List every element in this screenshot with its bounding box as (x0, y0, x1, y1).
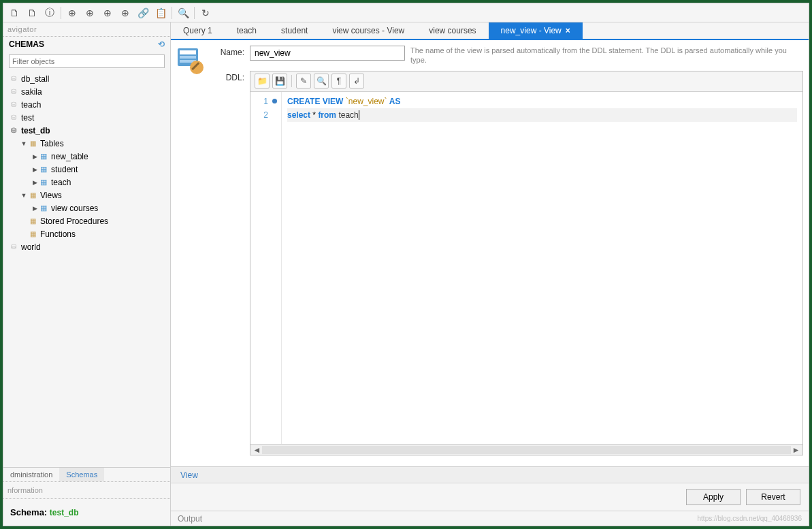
item-teach[interactable]: ▶▦teach (3, 176, 170, 189)
paragraph-icon[interactable]: ¶ (331, 74, 346, 89)
db-item-db_stall[interactable]: ⛁db_stall (3, 72, 170, 85)
database-icon: ⛁ (9, 100, 18, 110)
db-label: world (21, 242, 41, 252)
schema-label: Schema: (10, 507, 47, 517)
folder-label: Tables (40, 139, 64, 148)
revert-button[interactable]: Revert (746, 489, 800, 505)
db-item-sakila[interactable]: ⛁sakila (3, 85, 170, 98)
apply-button[interactable]: Apply (686, 489, 741, 505)
expand-icon[interactable]: ▶ (31, 166, 39, 173)
brush-icon[interactable]: ✎ (296, 74, 311, 89)
tab-view-courses[interactable]: view courses (417, 22, 488, 39)
item-view-courses[interactable]: ▶▦view courses (3, 202, 170, 214)
folder-label: Functions (40, 229, 76, 239)
information-header: nformation (3, 481, 170, 499)
tab-student[interactable]: student (269, 22, 320, 39)
schema-value: test_db (50, 508, 79, 517)
schema-tree[interactable]: ⛁db_stall⛁sakila⛁teach⛁test⛁test_db▼▦Tab… (3, 71, 170, 467)
folder-icon: ▦ (28, 191, 37, 200)
open-icon[interactable]: 📁 (255, 74, 270, 89)
scroll-right-icon[interactable]: ► (791, 445, 801, 455)
svg-point-4 (190, 61, 204, 74)
sidebar-tabs: dministration Schemas (3, 467, 170, 481)
expand-icon[interactable]: ▶ (31, 153, 39, 160)
db-item-world[interactable]: ⛁world (3, 240, 170, 253)
tab-view-courses---View[interactable]: view courses - View (320, 22, 417, 39)
form-column: Name: The name of the view is parsed aut… (213, 46, 803, 461)
expand-icon[interactable]: ▶ (31, 179, 39, 186)
app-window: 🗋 🗋 ⓘ ⊕ ⊕ ⊕ ⊕ 🔗 📋 🔍 ↻ avigator CHEMAS ⟲ … (3, 3, 809, 526)
item-student[interactable]: ▶▦student (3, 163, 170, 176)
database-icon: ⛁ (9, 87, 18, 97)
link-icon[interactable]: 🔗 (135, 5, 151, 21)
folder-Tables[interactable]: ▼▦Tables (3, 137, 170, 150)
code-line[interactable]: select * from teach (287, 108, 797, 122)
horizontal-scrollbar[interactable]: ◄ ► (250, 444, 802, 455)
expand-icon[interactable]: ▼ (20, 140, 28, 147)
tab-label: view courses (429, 26, 476, 35)
tab-label: Query 1 (183, 26, 212, 35)
tab-administration[interactable]: dministration (3, 468, 59, 481)
item-label: view courses (51, 204, 98, 213)
top-toolbar: 🗋 🗋 ⓘ ⊕ ⊕ ⊕ ⊕ 🔗 📋 🔍 ↻ (3, 3, 809, 22)
gutter-line[interactable]: 2 (250, 108, 277, 122)
db-item-teach[interactable]: ⛁teach (3, 98, 170, 111)
folder-Stored-Procedures[interactable]: ▦Stored Procedures (3, 214, 170, 227)
add-icon-4[interactable]: ⊕ (117, 5, 133, 21)
refresh-schemas-icon[interactable]: ⟲ (158, 39, 165, 49)
script-icon[interactable]: 📋 (152, 5, 169, 21)
name-input[interactable] (250, 46, 405, 61)
svg-rect-2 (180, 56, 196, 59)
database-icon: ⛁ (9, 126, 18, 135)
zoom-icon[interactable]: 🔍 (314, 74, 329, 89)
separator (194, 7, 195, 19)
wrap-icon[interactable]: ↲ (349, 74, 364, 89)
add-icon[interactable]: ⊕ (64, 5, 80, 21)
code-line[interactable]: CREATE VIEW `new_view` AS (287, 95, 797, 108)
db-item-test_db[interactable]: ⛁test_db (3, 124, 170, 137)
bottom-tabs: View (171, 466, 809, 483)
add-icon-2[interactable]: ⊕ (82, 5, 98, 21)
expand-icon[interactable]: ▶ (31, 205, 39, 212)
tab-teach[interactable]: teach (225, 22, 269, 39)
button-row: Apply Revert (171, 483, 809, 511)
tab-schemas[interactable]: Schemas (59, 468, 104, 481)
db-label: sakila (21, 87, 42, 97)
item-label: new_table (51, 152, 88, 161)
item-new_table[interactable]: ▶▦new_table (3, 150, 170, 163)
separator (61, 7, 61, 19)
save-icon[interactable]: 💾 (272, 74, 287, 89)
sidebar: avigator CHEMAS ⟲ ⛁db_stall⛁sakila⛁teach… (3, 22, 171, 526)
tab-new_view---View[interactable]: new_view - View× (489, 22, 583, 39)
breakpoint-icon[interactable] (272, 99, 277, 103)
add-icon-3[interactable]: ⊕ (99, 5, 116, 21)
table-icon: ▦ (39, 178, 48, 187)
search-db-icon[interactable]: 🔍 (175, 5, 191, 21)
scroll-track[interactable] (262, 446, 791, 454)
close-icon[interactable]: × (566, 26, 570, 35)
gutter-line[interactable]: 1 (250, 95, 277, 108)
folder-Functions[interactable]: ▦Functions (3, 227, 170, 240)
db-label: test_db (21, 126, 50, 135)
content-area: Query 1teachstudentview courses - Viewvi… (171, 22, 809, 526)
filter-input[interactable] (9, 54, 165, 68)
tab-Query-1[interactable]: Query 1 (171, 22, 225, 39)
folder-Views[interactable]: ▼▦Views (3, 189, 170, 202)
folder-label: Stored Procedures (40, 217, 108, 226)
info-icon[interactable]: ⓘ (42, 5, 58, 21)
sql-icon[interactable]: 🗋 (6, 5, 22, 21)
db-item-test[interactable]: ⛁test (3, 111, 170, 124)
view-tab[interactable]: View (171, 468, 208, 483)
folder-icon: ▦ (28, 217, 37, 226)
name-label: Name: (213, 46, 244, 57)
refresh-icon[interactable]: ↻ (197, 5, 214, 21)
expand-icon[interactable]: ▼ (20, 192, 28, 199)
folder-icon: ▦ (28, 139, 37, 148)
editor-tabs: Query 1teachstudentview courses - Viewvi… (171, 22, 809, 40)
tab-label: new_view - View (501, 26, 562, 35)
code-area[interactable]: 12 CREATE VIEW `new_view` ASselect * fro… (250, 92, 802, 444)
line-number: 1 (263, 97, 268, 106)
code-lines[interactable]: CREATE VIEW `new_view` ASselect * from t… (282, 92, 802, 444)
scroll-left-icon[interactable]: ◄ (252, 445, 262, 455)
sql-file-icon[interactable]: 🗋 (24, 5, 40, 21)
